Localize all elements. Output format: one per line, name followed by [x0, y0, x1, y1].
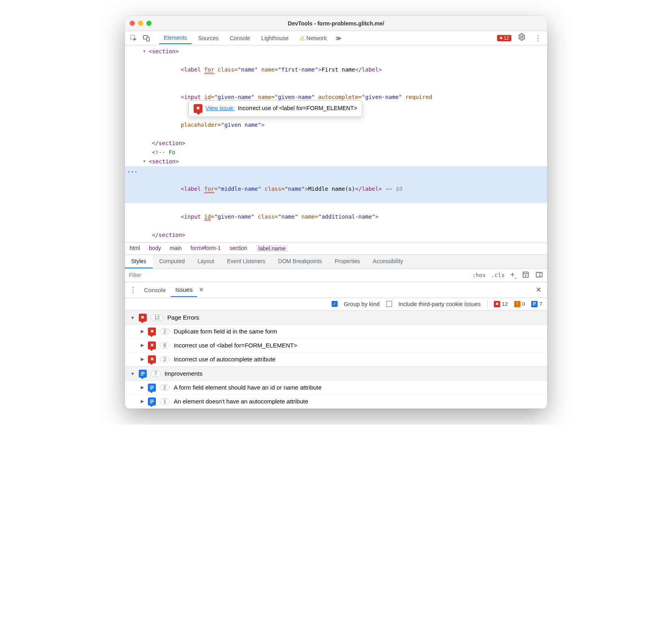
- row-actions-icon[interactable]: •••: [127, 168, 138, 176]
- issue-row[interactable]: ▶ 2 Incorrect use of autocomplete attrib…: [125, 353, 547, 367]
- crumb-current[interactable]: label.name: [256, 245, 288, 252]
- device-toggle-icon[interactable]: [141, 33, 152, 44]
- attr-id-squiggle[interactable]: id: [204, 213, 211, 220]
- issue-title: Duplicate form field id in the same form: [174, 328, 277, 335]
- info-icon: [139, 370, 147, 378]
- tab-sources[interactable]: Sources: [193, 33, 223, 44]
- issue-row[interactable]: ▶ 2 Duplicate form field id in the same …: [125, 325, 547, 339]
- stat-errors: 12: [502, 301, 508, 307]
- dom-breadcrumb[interactable]: html body main form#form-1 section label…: [125, 242, 547, 254]
- thirdparty-label: Include third-party cookie issues: [398, 301, 481, 307]
- drawer-tab-issues[interactable]: Issues: [171, 283, 197, 297]
- group-by-kind-checkbox[interactable]: ✓: [332, 301, 338, 307]
- group-count: 7: [151, 370, 161, 377]
- toggle-sidebar-icon[interactable]: [535, 271, 543, 280]
- issues-group-improvements[interactable]: ▼ 7 Improvements: [125, 367, 547, 381]
- svg-point-5: [525, 275, 526, 276]
- svg-point-3: [521, 36, 523, 38]
- crumb[interactable]: form#form-1: [190, 245, 221, 252]
- new-style-rule-icon[interactable]: +▪: [510, 270, 516, 280]
- issue-title: A form field element should have an id o…: [174, 384, 322, 391]
- issue-row[interactable]: ▶ 8 Incorrect use of <label for=FORM_ELE…: [125, 339, 547, 353]
- stat-warnings: 0: [522, 301, 525, 307]
- error-badge[interactable]: 12: [497, 35, 511, 41]
- issue-title: Incorrect use of autocomplete attribute: [174, 356, 276, 363]
- crumb[interactable]: section: [229, 245, 247, 252]
- cls-toggle[interactable]: .cls: [491, 272, 505, 278]
- window-title: DevTools - form-problems.glitch.me/: [125, 20, 547, 27]
- dom-node-selected[interactable]: ••• <label for="middle-name" class="name…: [125, 166, 547, 203]
- tab-lighthouse[interactable]: Lighthouse: [256, 33, 293, 44]
- crumb[interactable]: main: [170, 245, 182, 252]
- subtab-styles[interactable]: Styles: [125, 255, 153, 268]
- dom-node[interactable]: </section>: [149, 232, 185, 238]
- group-title: Improvements: [165, 370, 202, 377]
- devtools-toolbar: Elements Sources Console Lighthouse Netw…: [125, 31, 547, 45]
- error-icon: [148, 328, 156, 336]
- issue-tooltip: View issue: Incorrect use of <label for=…: [188, 100, 362, 117]
- error-icon: [148, 355, 156, 363]
- crumb[interactable]: html: [130, 245, 140, 252]
- error-icon: [148, 341, 156, 349]
- error-icon: [139, 314, 147, 322]
- error-icon: [194, 104, 202, 113]
- more-icon[interactable]: ⋮: [532, 33, 544, 43]
- dom-node[interactable]: <section>: [149, 158, 179, 165]
- view-issue-link[interactable]: View issue:: [206, 104, 235, 113]
- computed-styles-icon[interactable]: [522, 271, 530, 280]
- info-icon: [148, 398, 156, 405]
- drawer-tab-console[interactable]: Console: [139, 283, 171, 297]
- group-title: Page Errors: [167, 314, 199, 321]
- svg-rect-2: [147, 37, 150, 41]
- drawer-tabs: ⋮ Console Issues ✕ ✕: [125, 282, 547, 298]
- thirdparty-checkbox[interactable]: [386, 301, 392, 307]
- styles-filter-row: :hov .cls +▪: [125, 269, 547, 282]
- settings-icon[interactable]: [515, 32, 528, 44]
- inspect-icon[interactable]: [128, 33, 139, 44]
- drawer-options: ✓ Group by kind Include third-party cook…: [125, 298, 547, 310]
- subtab-event-listeners[interactable]: Event Listeners: [221, 255, 272, 268]
- close-issues-tab-icon[interactable]: ✕: [197, 286, 206, 293]
- dom-node[interactable]: <section>: [149, 48, 179, 54]
- subtab-dom-breakpoints[interactable]: DOM Breakpoints: [272, 255, 328, 268]
- issue-row[interactable]: ▶ 2 A form field element should have an …: [125, 381, 547, 395]
- titlebar: DevTools - form-problems.glitch.me/: [125, 16, 547, 31]
- elements-dom-tree[interactable]: ▼<section> <label for class="name" name=…: [125, 45, 547, 242]
- tab-network[interactable]: Network: [295, 33, 332, 44]
- hov-toggle[interactable]: :hov: [472, 272, 486, 278]
- styles-filter-input[interactable]: [129, 272, 468, 278]
- attr-for-squiggle[interactable]: for: [204, 186, 214, 192]
- subtab-accessibility[interactable]: Accessibility: [367, 255, 410, 268]
- subtab-layout[interactable]: Layout: [191, 255, 221, 268]
- tab-console[interactable]: Console: [225, 33, 255, 44]
- attr-for-squiggle[interactable]: for: [204, 66, 214, 73]
- issue-title: Incorrect use of <label for=FORM_ELEMENT…: [174, 342, 297, 349]
- styles-subtabs: Styles Computed Layout Event Listeners D…: [125, 254, 547, 269]
- svg-rect-6: [536, 272, 542, 277]
- issues-list: ▼ 12 Page Errors ▶ 2 Duplicate form fiel…: [125, 310, 547, 409]
- info-icon: [148, 384, 156, 392]
- group-by-kind-label: Group by kind: [344, 301, 380, 307]
- devtools-window: DevTools - form-problems.glitch.me/ Elem…: [125, 16, 547, 409]
- issue-title: An element doesn't have an autocomplete …: [174, 398, 308, 405]
- subtab-properties[interactable]: Properties: [328, 255, 367, 268]
- stat-info: 7: [539, 301, 542, 307]
- dom-comment: <!-- Fo: [149, 149, 175, 155]
- dom-node[interactable]: </section>: [149, 140, 185, 146]
- group-count: 12: [151, 314, 163, 321]
- attr-id-squiggle[interactable]: id: [204, 94, 211, 100]
- issues-group-errors[interactable]: ▼ 12 Page Errors: [125, 310, 547, 325]
- tooltip-text: Incorrect use of <label for=FORM_ELEMENT…: [238, 104, 357, 113]
- tabs-overflow[interactable]: ≫: [333, 35, 344, 41]
- issue-row[interactable]: ▶ 1 An element doesn't have an autocompl…: [125, 395, 547, 409]
- tab-elements[interactable]: Elements: [159, 32, 192, 44]
- drawer-more-icon[interactable]: ⋮: [127, 285, 139, 295]
- crumb[interactable]: body: [149, 245, 161, 252]
- svg-rect-4: [523, 272, 528, 277]
- subtab-computed[interactable]: Computed: [153, 255, 191, 268]
- close-drawer-icon[interactable]: ✕: [532, 285, 545, 294]
